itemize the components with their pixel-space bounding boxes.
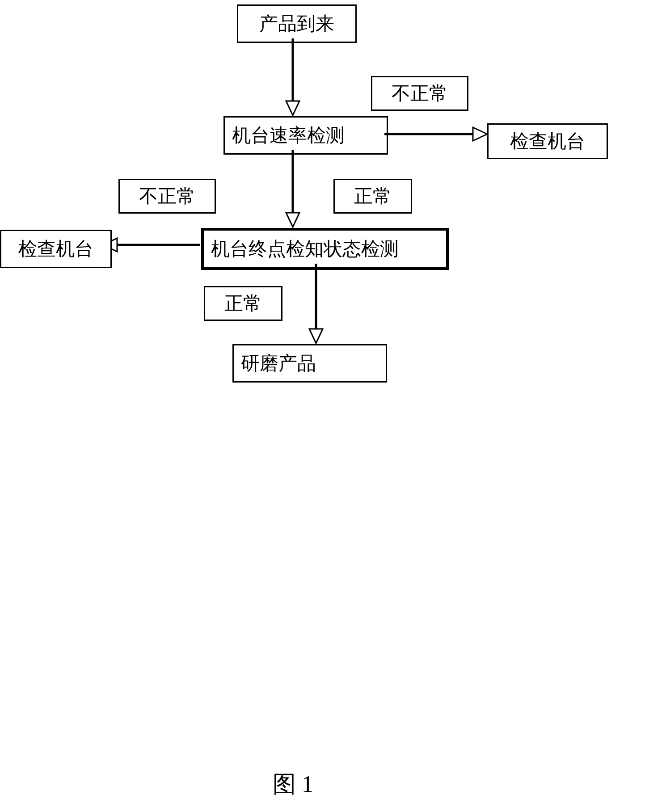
start-label: 产品到来 bbox=[259, 11, 334, 36]
arrow-left-icon bbox=[103, 237, 200, 253]
svg-marker-1 bbox=[286, 101, 299, 115]
inspect-right-node: 检查机台 bbox=[487, 123, 608, 159]
inspect-right-label: 检查机台 bbox=[510, 129, 585, 154]
abnormal-top-text: 不正常 bbox=[392, 81, 448, 106]
arrow-down-icon bbox=[286, 150, 299, 227]
speed-check-label: 机台速率检测 bbox=[232, 123, 345, 148]
grind-label: 研磨产品 bbox=[241, 351, 316, 376]
svg-marker-5 bbox=[286, 213, 299, 227]
arrow-down-icon bbox=[309, 264, 323, 343]
normal-label-mid: 正常 bbox=[333, 179, 412, 214]
abnormal-label-top: 不正常 bbox=[371, 76, 468, 111]
caption-text: 图 1 bbox=[273, 771, 313, 797]
abnormal-label-left: 不正常 bbox=[118, 179, 216, 214]
inspect-left-node: 检查机台 bbox=[0, 230, 112, 268]
svg-marker-9 bbox=[309, 329, 323, 343]
grind-node: 研磨产品 bbox=[232, 344, 387, 383]
normal-mid-text: 正常 bbox=[354, 184, 392, 209]
normal-bottom-text: 正常 bbox=[224, 291, 262, 316]
inspect-left-label: 检查机台 bbox=[18, 236, 93, 261]
endpoint-check-node: 机台终点检知状态检测 bbox=[201, 228, 449, 270]
start-node: 产品到来 bbox=[237, 4, 357, 43]
figure-caption: 图 1 bbox=[273, 769, 313, 800]
abnormal-left-text: 不正常 bbox=[139, 184, 195, 209]
speed-check-node: 机台速率检测 bbox=[223, 116, 388, 155]
normal-label-bottom: 正常 bbox=[204, 286, 282, 321]
arrow-down-icon bbox=[286, 38, 299, 115]
svg-marker-3 bbox=[473, 127, 487, 141]
endpoint-check-label: 机台终点检知状态检测 bbox=[211, 236, 399, 261]
arrow-right-icon bbox=[384, 126, 487, 142]
